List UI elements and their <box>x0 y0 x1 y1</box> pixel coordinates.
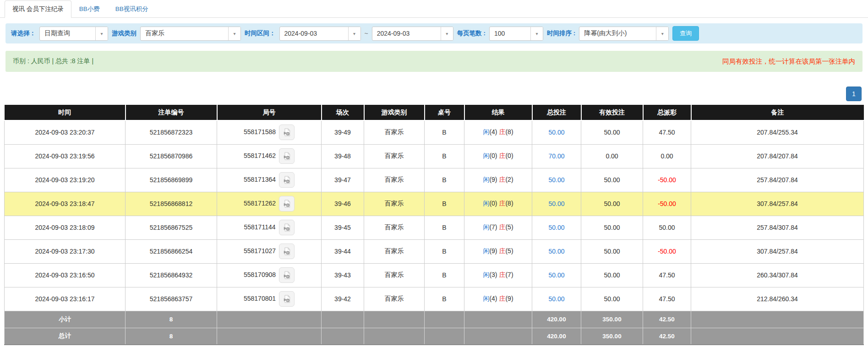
summary-valid-bet-cell: 350.00 <box>581 311 643 328</box>
video-file-icon <box>282 247 291 256</box>
time-cell: 2024-09-03 23:16:50 <box>5 263 126 287</box>
valid-bet-cell: 50.00 <box>581 168 643 192</box>
summary-total-bet-cell: 420.00 <box>532 311 581 328</box>
total-bet-cell: 50.00 <box>532 216 581 239</box>
table-row: 2024-09-03 23:19:20521856869899558171364… <box>5 168 864 192</box>
total-bet-link[interactable]: 70.00 <box>548 152 564 160</box>
table-no-cell: B <box>425 120 464 144</box>
bet-id-cell: 521856872323 <box>126 120 217 144</box>
time-cell: 2024-09-03 23:20:37 <box>5 120 126 144</box>
summary-table-cell <box>425 328 464 345</box>
table-row: 2024-09-03 23:16:50521856864932558170908… <box>5 263 864 287</box>
total-bet-link[interactable]: 50.00 <box>548 224 564 231</box>
game-type-select[interactable]: 百家乐 ▾ <box>140 27 241 41</box>
game-type-value: 百家乐 <box>141 29 228 38</box>
total-bet-link[interactable]: 50.00 <box>548 200 564 207</box>
query-type-select[interactable]: 日期查询 ▾ <box>39 27 108 41</box>
total-bet-link[interactable]: 50.00 <box>548 176 564 184</box>
total-bet-link[interactable]: 50.00 <box>548 129 564 136</box>
tab-bb-video-points[interactable]: BB视讯积分 <box>108 0 156 18</box>
video-file-icon <box>282 294 291 303</box>
bet-id-cell: 521856869899 <box>126 168 217 192</box>
video-file-icon <box>282 152 291 161</box>
result-cell: 闲(0) 庄(0) <box>464 144 532 168</box>
col-header-time: 时间 <box>5 105 126 120</box>
payout-cell: 47.50 <box>643 120 691 144</box>
col-header-result: 结果 <box>464 105 532 120</box>
round-id-cell: 558171364 <box>217 168 322 192</box>
valid-bet-cell: 50.00 <box>581 192 643 216</box>
video-replay-button[interactable] <box>279 125 295 140</box>
time-cell: 2024-09-03 23:19:56 <box>5 144 126 168</box>
query-button[interactable]: 查询 <box>672 26 699 41</box>
video-replay-button[interactable] <box>279 220 295 235</box>
chevron-down-icon: ▾ <box>530 27 543 40</box>
total-bet-link[interactable]: 50.00 <box>548 271 564 279</box>
session-cell: 39-43 <box>322 263 364 287</box>
date-to-select[interactable]: 2024-09-03 ▾ <box>372 27 453 41</box>
banker-result-value: (8) <box>505 200 513 207</box>
summary-payout-cell: 42.50 <box>643 311 691 328</box>
page-size-select[interactable]: 100 ▾ <box>489 27 543 41</box>
sort-order-label: 时间排序 : <box>547 29 575 38</box>
page-1-button[interactable]: 1 <box>846 87 862 101</box>
video-replay-button[interactable] <box>279 267 295 283</box>
payout-cell: -50.00 <box>643 192 691 216</box>
video-replay-button[interactable] <box>279 244 295 259</box>
banker-result-value: (5) <box>505 223 513 231</box>
summary-payout-cell: 42.50 <box>643 328 691 345</box>
chevron-down-icon: ▾ <box>441 27 453 40</box>
col-header-session: 场次 <box>322 105 364 120</box>
payout-value: 0.00 <box>661 152 673 160</box>
table-row: 2024-09-03 23:18:09521856867525558171144… <box>5 216 864 239</box>
summary-session-cell <box>322 328 364 345</box>
payout-value: 47.50 <box>659 295 675 303</box>
col-header-payout: 总派彩 <box>643 105 691 120</box>
player-result-value: (0) <box>489 200 497 207</box>
total-bet-link[interactable]: 50.00 <box>548 248 564 255</box>
bet-id-cell: 521856870986 <box>126 144 217 168</box>
payout-cell: 47.50 <box>643 287 691 311</box>
summary-label-cell: 小计 <box>5 311 126 328</box>
video-replay-button[interactable] <box>279 196 295 211</box>
table-row: 2024-09-03 23:16:17521856863757558170801… <box>5 287 864 311</box>
col-header-note: 备注 <box>691 105 864 120</box>
valid-bet-cell: 50.00 <box>581 263 643 287</box>
page-size-value: 100 <box>490 30 530 37</box>
col-header-total-bet: 总投注 <box>532 105 581 120</box>
summary-valid-bet-cell: 350.00 <box>581 328 643 345</box>
session-cell: 39-44 <box>322 239 364 263</box>
video-replay-button[interactable] <box>279 291 295 307</box>
video-replay-button[interactable] <box>279 172 295 188</box>
valid-bet-cell: 50.00 <box>581 216 643 239</box>
banker-result-value: (0) <box>505 152 513 159</box>
round-id-value: 558171027 <box>244 247 276 255</box>
time-cell: 2024-09-03 23:18:47 <box>5 192 126 216</box>
banker-result-label: 庄 <box>499 128 505 135</box>
video-replay-button[interactable] <box>279 148 295 164</box>
round-id-value: 558171144 <box>244 223 275 231</box>
game-type-cell: 百家乐 <box>364 192 425 216</box>
round-id-value: 558171588 <box>244 128 276 135</box>
note-cell: 307.84/257.84 <box>691 239 864 263</box>
subtotal-row: 小计8420.00350.0042.50 <box>5 311 864 328</box>
video-file-icon <box>282 128 291 137</box>
game-type-cell: 百家乐 <box>364 263 425 287</box>
result-cell: 闲(0) 庄(8) <box>464 192 532 216</box>
summary-note-cell <box>691 328 864 345</box>
sort-order-select[interactable]: 降幂(由大到小) ▾ <box>579 27 669 41</box>
game-type-label: 游戏类别 <box>112 29 136 38</box>
banker-result-label: 庄 <box>499 223 505 231</box>
tab-bb-tips[interactable]: BB小费 <box>71 0 108 18</box>
banker-result-value: (7) <box>505 271 513 278</box>
total-bet-cell: 50.00 <box>532 263 581 287</box>
tab-video-bet-records[interactable]: 视讯 会员下注纪录 <box>5 0 71 18</box>
player-result-value: (3) <box>489 271 497 278</box>
payout-cell: 47.50 <box>643 263 691 287</box>
total-bet-cell: 50.00 <box>532 168 581 192</box>
date-from-select[interactable]: 2024-09-03 ▾ <box>279 27 361 41</box>
total-bet-link[interactable]: 50.00 <box>548 295 564 303</box>
banker-result-label: 庄 <box>499 271 505 278</box>
summary-session-cell <box>322 311 364 328</box>
payout-value: -50.00 <box>658 176 676 184</box>
